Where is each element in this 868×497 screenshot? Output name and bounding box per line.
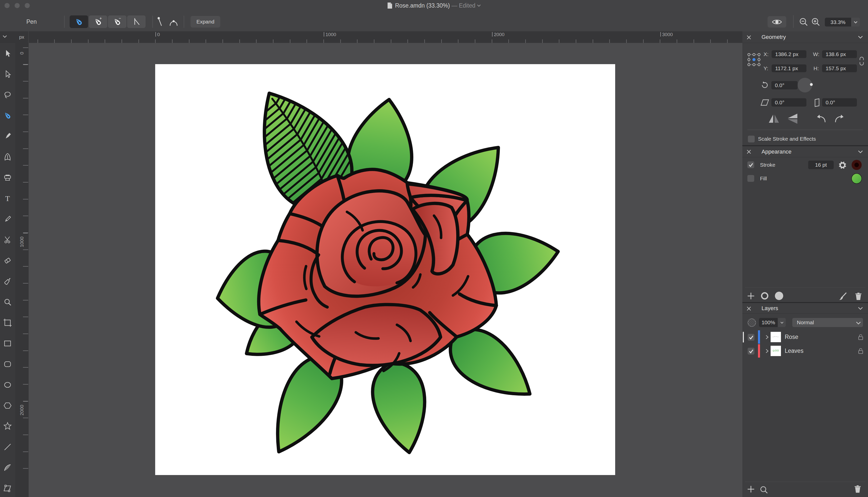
svg-text:+: + bbox=[99, 17, 102, 20]
svg-text:T: T bbox=[5, 194, 10, 202]
svg-text:−: − bbox=[119, 17, 121, 20]
